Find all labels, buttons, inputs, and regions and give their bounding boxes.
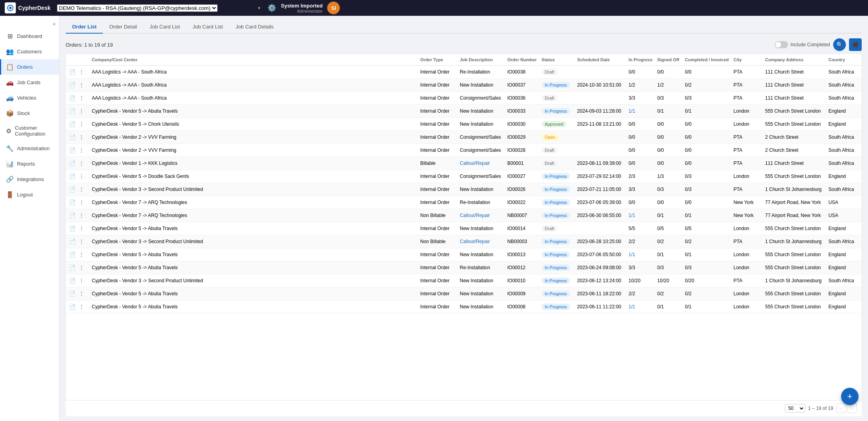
row-menu-button[interactable]: ⋮ [78, 238, 85, 245]
sidebar-collapse[interactable]: « [0, 19, 59, 28]
row-job-desc[interactable]: Callout/Repair [457, 209, 505, 222]
sidebar-item-stock[interactable]: 📦 Stock [0, 106, 59, 121]
row-doc-button[interactable]: 📄 [68, 198, 76, 206]
row-doc-button[interactable]: 📄 [68, 94, 76, 102]
row-menu-button[interactable]: ⋮ [78, 94, 85, 102]
row-in-progress[interactable]: 1/1 [626, 209, 655, 222]
row-in-progress[interactable]: 1/1 [626, 248, 655, 261]
in-progress-link[interactable]: 1/1 [629, 252, 635, 257]
company-selector[interactable]: DEMO Telematics - RSA (Gauteng) (RSA-GP@… [57, 4, 218, 12]
topbar: CypherDesk DEMO Telematics - RSA (Gauten… [0, 0, 868, 16]
add-fab-button[interactable]: + [841, 388, 859, 405]
row-menu-button[interactable]: ⋮ [78, 277, 85, 285]
row-job-desc[interactable]: Callout/Repair [457, 235, 505, 248]
tab-order-list[interactable]: Order List [66, 21, 103, 34]
orders-table: Company/Cost Center Order Type Job Descr… [66, 54, 862, 313]
row-actions: 📄 ⋮ [66, 66, 89, 79]
settings-icon[interactable]: ⚙️ [267, 4, 276, 12]
row-doc-button[interactable]: 📄 [68, 238, 76, 245]
row-scheduled-date: 2023-07-06 05:39:00 [575, 196, 626, 209]
sidebar-item-integrations[interactable]: 🔗 Integrations [0, 172, 59, 187]
sidebar-item-dashboard[interactable]: ⊞ Dashboard [0, 28, 59, 44]
row-signed-off: 0/0 [655, 131, 682, 144]
row-doc-button[interactable]: 📄 [68, 68, 76, 76]
row-menu-button[interactable]: ⋮ [78, 225, 85, 232]
col-header-address: Company Address [763, 54, 826, 66]
sidebar-item-reports[interactable]: 📊 Reports [0, 156, 59, 172]
row-doc-button[interactable]: 📄 [68, 159, 76, 167]
row-menu-button[interactable]: ⋮ [78, 264, 85, 272]
row-in-progress[interactable]: 1/1 [626, 300, 655, 313]
row-doc-button[interactable]: 📄 [68, 185, 76, 193]
sidebar-item-vehicles[interactable]: 🚙 Vehicles [0, 90, 59, 106]
row-menu-button[interactable]: ⋮ [78, 81, 85, 89]
prev-page-button[interactable]: ‹ [836, 404, 846, 413]
row-menu-button[interactable]: ⋮ [78, 290, 85, 298]
row-address: 77 Airport Road, New York [763, 209, 826, 222]
row-menu-button[interactable]: ⋮ [78, 303, 85, 311]
tab-job-card-list[interactable]: Job Card List [143, 21, 186, 34]
orders-table-container: Company/Cost Center Order Type Job Descr… [66, 54, 862, 400]
sidebar-item-customer-config[interactable]: ⚙ Customer Configuration [0, 121, 59, 141]
search-button[interactable]: 🔍 [833, 38, 846, 51]
include-completed-toggle[interactable]: Include Completed [775, 41, 830, 48]
row-city: London [731, 261, 763, 274]
row-doc-button[interactable]: 📄 [68, 172, 76, 180]
row-menu-button[interactable]: ⋮ [78, 107, 85, 115]
row-menu-button[interactable]: ⋮ [78, 172, 85, 180]
row-menu-button[interactable]: ⋮ [78, 211, 85, 219]
row-menu-button[interactable]: ⋮ [78, 120, 85, 128]
include-completed-switch[interactable] [775, 41, 788, 48]
row-in-progress[interactable]: 1/1 [626, 105, 655, 118]
row-doc-button[interactable]: 📄 [68, 303, 76, 311]
row-doc-button[interactable]: 📄 [68, 277, 76, 285]
page-size-select[interactable]: 10 25 50 100 [785, 404, 805, 413]
row-job-desc[interactable]: Callout/Repair [457, 157, 505, 170]
sidebar-item-jobcards[interactable]: 🚗 Job Cards [0, 75, 59, 90]
row-doc-button[interactable]: 📄 [68, 211, 76, 219]
export-button[interactable]: ⬛ [849, 38, 862, 51]
tab-job-card-list2[interactable]: Job Card List [186, 21, 229, 34]
company-selector-wrapper[interactable]: DEMO Telematics - RSA (Gauteng) (RSA-GP@… [57, 4, 263, 12]
row-menu-button[interactable]: ⋮ [78, 198, 85, 206]
row-menu-button[interactable]: ⋮ [78, 251, 85, 259]
sidebar-item-customers[interactable]: 👥 Customers [0, 44, 59, 59]
row-doc-button[interactable]: 📄 [68, 146, 76, 154]
row-menu-button[interactable]: ⋮ [78, 146, 85, 154]
row-doc-button[interactable]: 📄 [68, 251, 76, 259]
row-doc-button[interactable]: 📄 [68, 264, 76, 272]
sidebar-item-logout[interactable]: 🚪 Logout [0, 187, 59, 202]
tab-order-detail[interactable]: Order Detail [103, 21, 143, 34]
sidebar-item-orders[interactable]: 📋 Orders [0, 59, 59, 75]
row-completed: 0/3 [682, 183, 731, 196]
sidebar-item-administration[interactable]: 🔧 Administration [0, 141, 59, 156]
row-menu-button[interactable]: ⋮ [78, 68, 85, 76]
row-country: South Africa [826, 274, 862, 287]
row-menu-button[interactable]: ⋮ [78, 133, 85, 141]
row-completed: 0/1 [682, 105, 731, 118]
in-progress-link[interactable]: 1/1 [629, 213, 635, 218]
row-doc-button[interactable]: 📄 [68, 107, 76, 115]
in-progress-link[interactable]: 1/1 [629, 108, 635, 114]
row-doc-button[interactable]: 📄 [68, 81, 76, 89]
page-content: Order List Order Detail Job Card List Jo… [59, 16, 868, 421]
row-menu-button[interactable]: ⋮ [78, 159, 85, 167]
job-desc-link[interactable]: Callout/Repair [460, 160, 490, 166]
row-completed: 0/0 [682, 196, 731, 209]
row-doc-button[interactable]: 📄 [68, 120, 76, 128]
row-order-type: Internal Order [418, 300, 457, 313]
row-menu-button[interactable]: ⋮ [78, 185, 85, 193]
row-doc-button[interactable]: 📄 [68, 133, 76, 141]
job-desc-link[interactable]: Callout/Repair [460, 239, 490, 244]
row-doc-button[interactable]: 📄 [68, 290, 76, 298]
tab-job-card-details[interactable]: Job Card Details [229, 21, 280, 34]
table-row: 📄 ⋮ CypherDesk - Vendor 5 -> Abulia Trav… [66, 287, 862, 300]
row-order-number: B00001 [505, 157, 539, 170]
job-desc-link[interactable]: Callout/Repair [460, 213, 490, 218]
collapse-btn[interactable]: « [53, 21, 56, 27]
row-actions: 📄 ⋮ [66, 79, 89, 92]
in-progress-link[interactable]: 1/1 [629, 304, 635, 310]
row-scheduled-date: 2023-11-08 13:21:00 [575, 118, 626, 131]
row-doc-button[interactable]: 📄 [68, 225, 76, 232]
row-actions: 📄 ⋮ [66, 157, 89, 170]
